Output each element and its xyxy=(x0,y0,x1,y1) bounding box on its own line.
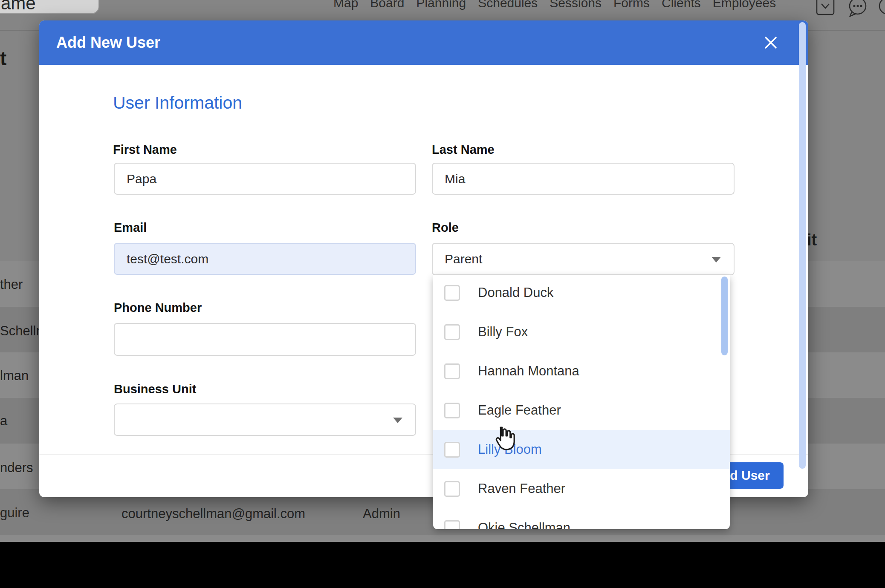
chat-bubble-icon[interactable] xyxy=(847,0,869,18)
role-label: Role xyxy=(432,221,459,235)
nav-item-clients[interactable]: Clients xyxy=(662,0,701,10)
role-option-label: Billy Fox xyxy=(478,324,528,340)
role-option[interactable]: Donald Duck xyxy=(433,275,730,312)
role-select-value: Parent xyxy=(445,252,482,266)
table-cell-fragment: a xyxy=(0,413,7,429)
role-option-label: Eagle Feather xyxy=(478,403,561,418)
name-filter-input[interactable]: ame xyxy=(0,0,99,14)
close-icon[interactable] xyxy=(761,32,781,53)
role-option-label: Donald Duck xyxy=(478,285,553,300)
email-label: Email xyxy=(114,221,147,235)
nav-item-planning[interactable]: Planning xyxy=(416,0,466,10)
role-option[interactable]: Hannah Montana xyxy=(433,352,730,391)
dropdown-scrollbar-thumb[interactable] xyxy=(721,277,728,355)
letterbox-band xyxy=(0,542,885,588)
role-dropdown-panel: Donald Duck Billy Fox Hannah Montana Eag… xyxy=(433,275,730,529)
role-option[interactable]: Raven Feather xyxy=(433,469,730,508)
role-select[interactable]: Parent xyxy=(432,243,735,275)
table-cell-name-fragment: guire xyxy=(0,505,29,521)
table-row xyxy=(0,535,885,542)
modal-title: Add New User xyxy=(56,20,160,65)
nav-item-forms[interactable]: Forms xyxy=(613,0,650,10)
column-header-fragment: it xyxy=(807,231,817,249)
table-cell-email: courtneyschellman@gmail.com xyxy=(121,506,305,522)
checkbox-icon[interactable] xyxy=(444,520,460,530)
business-unit-select[interactable] xyxy=(114,404,416,436)
section-title: User Information xyxy=(113,93,242,113)
table-cell-fragment: lman xyxy=(0,368,29,383)
phone-label: Phone Number xyxy=(114,301,202,315)
role-option-label: Hannah Montana xyxy=(478,363,579,379)
business-unit-label: Business Unit xyxy=(114,382,196,396)
table-cell-fragment: ther xyxy=(0,277,23,292)
checkbox-icon[interactable] xyxy=(444,324,460,340)
last-name-input[interactable] xyxy=(432,163,735,195)
role-option[interactable]: Billy Fox xyxy=(433,312,730,352)
first-name-input[interactable] xyxy=(114,163,416,195)
chevron-down-icon xyxy=(393,418,402,423)
role-option[interactable]: Eagle Feather xyxy=(433,391,730,430)
role-option[interactable]: Lilly Bloom xyxy=(433,430,730,469)
partial-circle-icon[interactable] xyxy=(877,0,885,17)
checkbox-icon[interactable] xyxy=(444,363,460,379)
role-option[interactable]: Okie Schellman xyxy=(433,508,730,529)
table-cell-role: Admin xyxy=(363,506,400,522)
checkbox-icon[interactable] xyxy=(444,285,460,301)
nav-item-map[interactable]: Map xyxy=(333,0,358,10)
first-name-label: First Name xyxy=(113,143,177,157)
table-cell-fragment: nders xyxy=(0,460,33,476)
inbox-check-icon[interactable] xyxy=(815,0,836,16)
phone-input[interactable] xyxy=(114,323,416,356)
name-filter-text: ame xyxy=(1,0,36,14)
role-option-label: Lilly Bloom xyxy=(478,442,542,457)
modal-header: Add New User xyxy=(39,20,808,65)
nav-item-employees[interactable]: Employees xyxy=(713,0,776,10)
nav-item-schedules[interactable]: Schedules xyxy=(478,0,538,10)
top-nav: Map Board Planning Schedules Sessions Fo… xyxy=(333,0,776,10)
checkbox-icon[interactable] xyxy=(444,481,460,497)
nav-item-board[interactable]: Board xyxy=(370,0,404,10)
role-option-label: Raven Feather xyxy=(478,481,565,496)
role-option-label: Okie Schellman xyxy=(478,520,570,529)
role-option-list: Donald Duck Billy Fox Hannah Montana Eag… xyxy=(433,275,730,529)
last-name-label: Last Name xyxy=(432,143,495,157)
checkbox-icon[interactable] xyxy=(444,442,460,458)
modal-scrollbar-thumb[interactable] xyxy=(799,22,806,469)
nav-item-sessions[interactable]: Sessions xyxy=(550,0,602,10)
email-input[interactable] xyxy=(114,243,416,275)
checkbox-icon[interactable] xyxy=(444,403,460,418)
chevron-down-icon xyxy=(711,257,721,262)
page-title-fragment: t xyxy=(0,47,6,70)
